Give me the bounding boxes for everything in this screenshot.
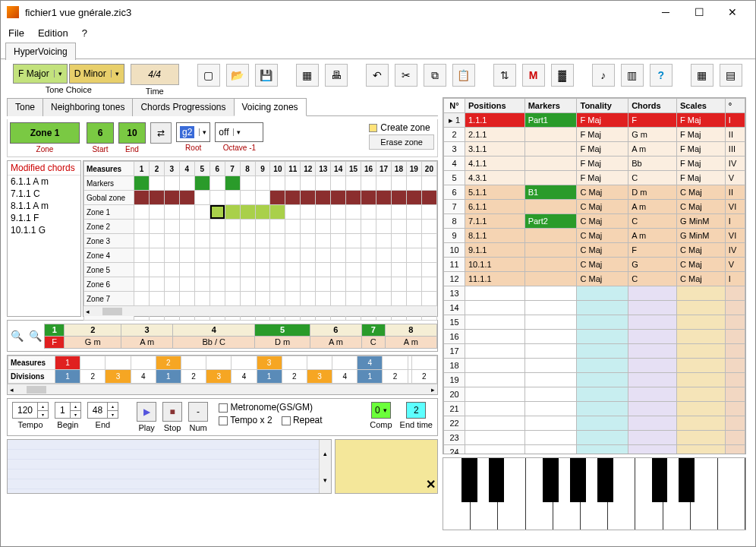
modified-chord-item[interactable]: 9.1.1 F <box>8 212 80 224</box>
open-icon[interactable]: 📂 <box>226 64 249 87</box>
repeat-check[interactable]: Repeat <box>282 415 323 425</box>
menu-file[interactable]: File <box>8 27 24 39</box>
tab-progressions[interactable]: Chords Progressions <box>132 98 234 116</box>
save-icon[interactable]: 💾 <box>255 64 278 87</box>
note-pad[interactable]: ✕ <box>335 439 438 494</box>
begin-spinner[interactable]: 1▴▾ <box>55 402 81 419</box>
modified-chord-item[interactable]: 10.1.1 G <box>8 224 80 236</box>
track-view[interactable]: ▴▾ <box>7 439 332 494</box>
tempo-spinner[interactable]: 120▴▾ <box>12 402 49 419</box>
window-title: fichier1 vue gnérale.zic3 <box>25 7 649 18</box>
create-zone-check[interactable]: Create zone <box>369 122 434 133</box>
mixer-icon[interactable]: ▓ <box>551 64 574 87</box>
stop-button[interactable]: ■ <box>162 402 182 422</box>
metronome-check[interactable]: Metronome(GS/GM) <box>219 402 323 413</box>
modified-chords-list: Modified chords 6.1.1 A m7.1.1 C8.1.1 A … <box>7 160 81 317</box>
octave-select[interactable]: off▾ <box>215 122 263 142</box>
close-button[interactable]: ✕ <box>716 1 749 24</box>
end-spinner[interactable]: 48▴▾ <box>87 402 118 419</box>
root-select[interactable]: g2▾ <box>176 122 210 142</box>
clear-icon[interactable]: ✕ <box>426 477 436 492</box>
secondary-tabs: Tone Neighboring tones Chords Progressio… <box>7 97 438 116</box>
grid2-icon[interactable]: ▤ <box>720 64 742 87</box>
zoom-out-icon[interactable]: 🔍 <box>8 330 26 342</box>
piano-icon[interactable]: ▥ <box>621 64 644 87</box>
black-key[interactable] <box>543 458 559 502</box>
menu-edition[interactable]: Edition <box>38 27 68 39</box>
black-key[interactable] <box>652 458 668 502</box>
zone-grid[interactable]: Measures1234567891011121314151617181920M… <box>83 160 438 317</box>
paste-icon[interactable]: 📋 <box>452 64 475 87</box>
title-bar: fichier1 vue gnérale.zic3 ─ ☐ ✕ <box>1 1 755 24</box>
new-icon[interactable]: ▢ <box>197 64 220 87</box>
key-major-select[interactable]: F Major▾ <box>13 64 68 84</box>
menu-bar: File Edition ? <box>1 24 755 42</box>
comp-select[interactable]: 0▾ <box>371 402 391 419</box>
key-minor-select[interactable]: D Minor▾ <box>69 64 124 84</box>
track-vscroll[interactable]: ▴▾ <box>319 440 331 493</box>
black-key[interactable] <box>461 458 477 502</box>
tab-hypervoicing[interactable]: HyperVoicing <box>5 43 76 60</box>
zone-controls: Zone 1Zone 6Start 10End ⇄ g2▾Root off▾Oc… <box>7 119 438 157</box>
chord-strip: 🔍 🔍 12345678FG mA mBb / CD mA mCA m <box>7 320 438 352</box>
cut-icon[interactable]: ✂ <box>395 64 417 87</box>
erase-zone-button[interactable]: Erase zone <box>369 134 434 150</box>
settings1-icon[interactable]: ⇅ <box>493 64 516 87</box>
main-toolbar: F Major▾ D Minor▾ Tone Choice 4/4 Time ▢… <box>1 59 755 97</box>
zone-name-button[interactable]: Zone 1 <box>10 122 80 144</box>
help-icon[interactable]: ? <box>650 64 673 87</box>
piano-keyboard[interactable] <box>443 457 746 530</box>
modified-chord-item[interactable]: 8.1.1 A m <box>8 200 80 212</box>
tempox2-check[interactable]: Tempo x 2 <box>219 415 272 425</box>
measures-divisions[interactable]: Measures1234Divisions123412341234122 ◂▸ <box>7 355 438 395</box>
time-signature[interactable]: 4/4 <box>131 64 179 85</box>
positions-table[interactable]: N°PositionsMarkersTonalityChordsScales°▸… <box>443 97 746 454</box>
note-icon[interactable]: ♪ <box>592 64 615 87</box>
grid1-icon[interactable]: ▦ <box>691 64 713 87</box>
num-button[interactable]: - <box>188 402 208 422</box>
black-key[interactable] <box>570 458 586 502</box>
end-time[interactable]: 2 <box>406 402 426 419</box>
modified-chord-item[interactable]: 6.1.1 A m <box>8 175 80 188</box>
black-key[interactable] <box>489 458 505 502</box>
black-key[interactable] <box>597 458 613 502</box>
print-icon[interactable]: 🖶 <box>325 64 348 87</box>
tab-voicing-zones[interactable]: Voicing zones <box>234 98 307 116</box>
swap-icon[interactable]: ⇄ <box>150 122 172 144</box>
undo-icon[interactable]: ↶ <box>366 64 389 87</box>
time-label: Time <box>146 87 164 96</box>
disk-icon[interactable]: ▦ <box>296 64 319 87</box>
grid-hscroll[interactable]: ◂ <box>83 305 437 316</box>
modified-chord-item[interactable]: 7.1.1 C <box>8 188 80 200</box>
black-key[interactable] <box>679 458 695 502</box>
zone-start[interactable]: 6 <box>87 122 114 144</box>
transport-bar: 120▴▾Tempo 1▴▾Begin 48▴▾End ▶Play ■Stop … <box>7 398 438 436</box>
m-icon[interactable]: M <box>522 64 545 87</box>
zoom-in-icon[interactable]: 🔍 <box>26 330 44 342</box>
menu-help[interactable]: ? <box>82 27 87 39</box>
play-button[interactable]: ▶ <box>137 402 156 422</box>
minimize-button[interactable]: ─ <box>649 1 682 24</box>
maximize-button[interactable]: ☐ <box>682 1 716 24</box>
zone-end[interactable]: 10 <box>118 122 146 144</box>
tab-tone[interactable]: Tone <box>7 98 43 116</box>
app-icon <box>7 6 19 18</box>
tab-neighboring[interactable]: Neighboring tones <box>43 98 133 116</box>
copy-icon[interactable]: ⧉ <box>424 64 446 87</box>
tone-choice-label: Tone Choice <box>46 85 92 94</box>
